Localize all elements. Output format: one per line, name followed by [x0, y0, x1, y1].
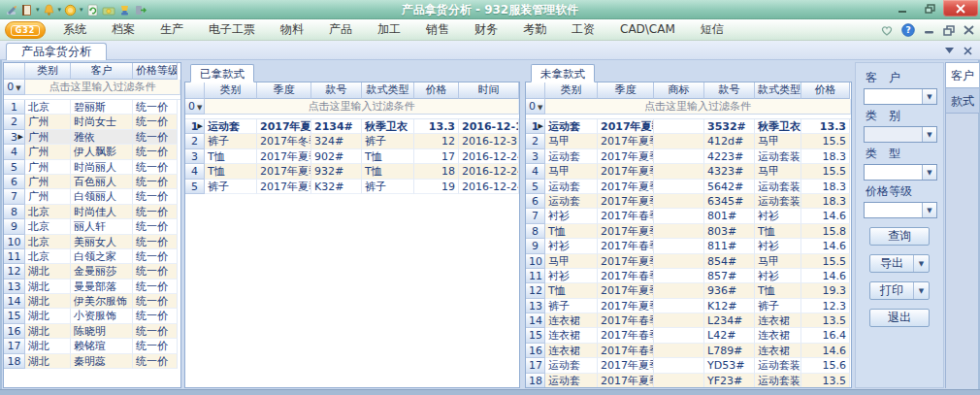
row-cell[interactable]: 14.6 — [801, 344, 850, 358]
type-combobox[interactable]: ▼ — [864, 164, 937, 181]
row-cell[interactable]: T恤 — [545, 224, 598, 239]
menu-item-5[interactable]: 产品 — [316, 19, 365, 41]
row-number-cell[interactable]: 8 — [4, 205, 25, 219]
table-row[interactable]: 3▶广州雅依统一价 — [4, 130, 180, 145]
table-row[interactable]: 18运动套2017年夏季YF23#运动套装13.5 — [526, 374, 851, 388]
row-cell[interactable]: 5642# — [704, 180, 755, 194]
export-button[interactable]: 导出▼ — [869, 254, 930, 273]
table-row[interactable]: 12湖北金曼丽莎统一价 — [4, 264, 180, 279]
row-number-cell[interactable]: 4 — [526, 164, 545, 179]
row-cell[interactable] — [654, 224, 704, 239]
row-cell[interactable]: T恤 — [362, 164, 414, 179]
row-cell[interactable]: 2016-12-31 — [459, 134, 519, 148]
row-cell[interactable]: 15.5 — [801, 254, 850, 269]
row-number-cell[interactable]: 2 — [526, 134, 545, 148]
row-cell[interactable]: 412d# — [704, 134, 755, 148]
row-cell[interactable]: 2017年夏季 — [598, 194, 654, 209]
row-cell[interactable]: 广州 — [25, 160, 71, 175]
table-row[interactable]: 4T恤2017年夏季932#T恤182016-12-24 — [185, 164, 519, 179]
row-cell[interactable]: 15.8 — [801, 224, 850, 239]
column-header[interactable]: 款号 — [704, 82, 755, 99]
row-cell[interactable]: 湖北 — [25, 354, 71, 369]
row-number-cell[interactable]: 7 — [4, 189, 25, 204]
row-cell[interactable]: 衬衫 — [545, 269, 598, 283]
menu-item-12[interactable]: 短信 — [688, 19, 736, 41]
row-cell[interactable]: 统一价 — [133, 130, 178, 145]
row-cell[interactable]: 15.5 — [801, 134, 850, 148]
row-cell[interactable]: 碧丽斯 — [71, 100, 133, 115]
row-cell[interactable]: 2017年春季 — [598, 344, 654, 358]
table-row[interactable]: 7衬衫2017年春季801#衬衫14.6 — [526, 209, 851, 223]
row-cell[interactable]: 秋季卫衣 — [362, 119, 414, 134]
row-cell[interactable]: 北京 — [25, 205, 71, 219]
row-cell[interactable]: T恤 — [362, 149, 414, 164]
row-cell[interactable]: 北京 — [25, 249, 71, 264]
table-row[interactable]: 1北京碧丽斯统一价 — [4, 100, 180, 115]
row-cell[interactable]: 运动套 — [545, 149, 598, 164]
table-row[interactable]: 2裤子2017年冬季324#裤子122016-12-31 — [185, 134, 519, 148]
row-cell[interactable]: 连衣裙 — [545, 344, 598, 358]
column-header[interactable]: 商标 — [654, 82, 704, 99]
row-cell[interactable]: 统一价 — [133, 249, 178, 264]
row-cell[interactable]: 19 — [414, 180, 459, 194]
row-cell[interactable]: 2016-12-24 — [459, 164, 519, 179]
row-cell[interactable]: 北京 — [25, 100, 71, 115]
table-row[interactable]: 13湖北曼曼部落统一价 — [4, 280, 180, 294]
row-number-cell[interactable]: 16 — [526, 344, 545, 358]
row-cell[interactable]: 运动套装 — [755, 194, 801, 209]
row-number-cell[interactable]: 6 — [526, 194, 545, 209]
row-cell[interactable]: 运动套 — [545, 374, 598, 388]
row-number-cell[interactable]: 13 — [526, 299, 545, 313]
filter-input-cell[interactable]: 点击这里输入过滤条件 — [25, 80, 180, 95]
row-number-cell[interactable]: 3 — [526, 149, 545, 164]
row-cell[interactable]: 4223# — [704, 149, 755, 164]
table-row[interactable]: 4广州伊人飘影统一价 — [4, 145, 180, 159]
row-cell[interactable]: 2017年夏季 — [257, 119, 311, 134]
row-number-cell[interactable]: 5 — [4, 160, 25, 175]
row-cell[interactable]: 湖北 — [25, 264, 71, 279]
row-cell[interactable] — [654, 180, 704, 194]
row-cell[interactable]: 裤子 — [755, 299, 801, 313]
row-cell[interactable]: 统一价 — [133, 219, 178, 234]
tab-product-purchase-analysis[interactable]: 产品拿货分析 — [6, 43, 107, 60]
row-cell[interactable]: 北京 — [25, 219, 71, 234]
row-number-cell[interactable]: 10 — [4, 235, 25, 249]
row-number-cell[interactable]: 18 — [526, 374, 545, 388]
row-cell[interactable] — [654, 134, 704, 148]
type-dropdown-icon[interactable]: ▼ — [922, 165, 936, 180]
row-number-cell[interactable]: 18 — [4, 354, 25, 369]
table-row[interactable]: 3运动套2017年夏季4223#运动套装18.3 — [526, 149, 851, 164]
menu-item-2[interactable]: 生产 — [147, 19, 196, 41]
mdi-restore-icon[interactable] — [943, 25, 955, 36]
table-row[interactable]: 3T恤2017年夏季902#T恤172016-12-24 — [185, 149, 519, 164]
row-number-cell[interactable]: 15 — [4, 309, 25, 323]
row-cell[interactable]: 秋季卫衣 — [755, 119, 801, 134]
row-number-cell[interactable]: 16 — [4, 324, 25, 339]
filter-input-cell[interactable]: 点击这里输入过滤条件 — [205, 99, 519, 115]
query-button[interactable]: 查询 — [869, 227, 930, 246]
mdi-minimize-icon[interactable] — [924, 25, 934, 35]
tab-taken-styles[interactable]: 已拿款式 — [190, 64, 254, 82]
row-cell[interactable]: 936# — [704, 283, 755, 298]
row-cell[interactable]: 马甲 — [755, 134, 801, 148]
tab-close-icon[interactable] — [964, 47, 972, 55]
row-cell[interactable]: 湖北 — [25, 280, 71, 294]
row-cell[interactable]: 湖北 — [25, 294, 71, 309]
row-cell[interactable]: 2016-12-14 — [459, 119, 519, 134]
table-row[interactable]: 17运动套2017年夏季YD53#运动套装15.6 — [526, 358, 851, 373]
row-cell[interactable]: 14.6 — [801, 269, 850, 283]
row-cell[interactable]: 时尚丽人 — [71, 160, 133, 175]
row-cell[interactable]: 运动套 — [545, 119, 598, 134]
row-number-cell[interactable]: 11 — [4, 249, 25, 264]
row-cell[interactable]: 连衣裙 — [755, 313, 801, 328]
row-cell[interactable]: 曼曼部落 — [71, 280, 133, 294]
column-header[interactable]: 款式类型 — [755, 82, 801, 99]
row-cell[interactable]: 2016-12-24 — [459, 180, 519, 194]
row-cell[interactable]: 统一价 — [133, 160, 178, 175]
column-header[interactable]: 类别 — [205, 82, 257, 99]
row-cell[interactable]: 裤子 — [205, 180, 257, 194]
row-cell[interactable]: 811# — [704, 239, 755, 253]
row-cell[interactable]: 湖北 — [25, 339, 71, 353]
row-cell[interactable]: 14.6 — [801, 239, 850, 253]
row-number-cell[interactable]: 9 — [4, 219, 25, 234]
